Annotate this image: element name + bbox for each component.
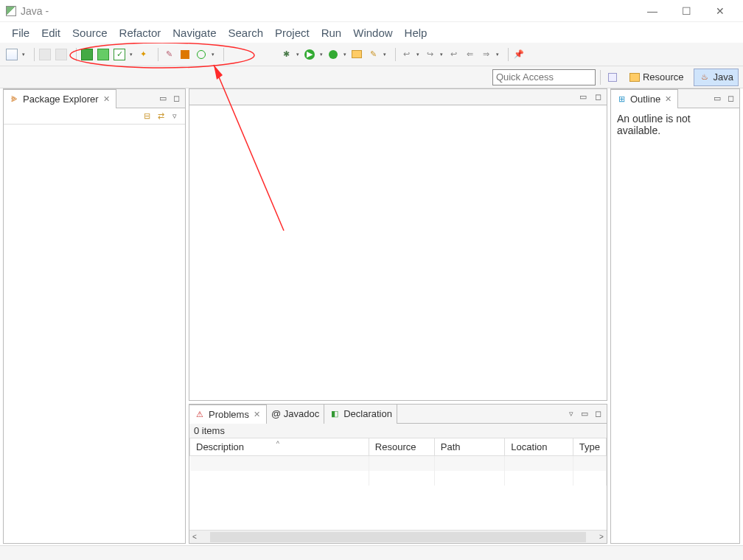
tab-outline[interactable]: ⊞ Outline ✕ (611, 89, 678, 108)
link-editor-button[interactable]: ⇄ (155, 111, 167, 122)
package-explorer-icon: ⫸ (8, 93, 20, 105)
run-dropdown-icon[interactable]: ▾ (318, 52, 324, 57)
col-type[interactable]: Type (573, 438, 606, 456)
coverage-button[interactable] (80, 47, 94, 62)
editor-minimize-button[interactable]: ▭ (577, 91, 589, 103)
menu-edit[interactable]: Edit (35, 24, 66, 41)
tab-javadoc[interactable]: @ Javadoc (267, 405, 324, 424)
collapse-all-button[interactable]: ⊟ (141, 111, 153, 122)
close-tab-icon[interactable]: ✕ (102, 94, 111, 104)
tab-declaration[interactable]: ◧ Declaration (324, 405, 397, 424)
tab-declaration-label: Declaration (343, 408, 392, 419)
outline-minimize-button[interactable]: ▭ (711, 93, 723, 105)
outline-message: An outline is not available. (611, 108, 739, 141)
view-menu-button[interactable]: ▿ (169, 111, 181, 122)
tab-problems-label: Problems (209, 409, 249, 420)
new-java-button[interactable]: ✦ (136, 47, 150, 62)
refresh-button[interactable] (194, 47, 209, 62)
mark-dropdown-icon[interactable]: ▾ (128, 52, 134, 57)
status-bar (0, 545, 743, 560)
editor-area[interactable]: ▭ ◻ (189, 88, 607, 401)
table-row (190, 471, 607, 486)
perspective-resource-label: Resource (643, 71, 684, 83)
window-title: Java - (21, 5, 635, 17)
save-button[interactable] (38, 47, 52, 62)
nav-prev-button[interactable]: ↩ (446, 47, 461, 62)
run-last-button[interactable] (326, 47, 341, 62)
perspective-java[interactable]: ♨ Java (694, 69, 739, 86)
wand-button[interactable]: ✎ (161, 47, 176, 62)
tab-problems[interactable]: ⚠ Problems ✕ (189, 405, 267, 424)
menu-search[interactable]: Search (222, 24, 269, 41)
main-toolbar: ▾ ✓ ▾ ✦ ✎ ▾ ✱ ▾ ▶ ▾ ▾ ✎ ▾ ↩ ▾ ↪ ▾ ↩ ⇐ (0, 43, 743, 66)
col-path[interactable]: Path (434, 438, 504, 456)
problems-viewmenu-button[interactable]: ▿ (565, 408, 577, 420)
new-button[interactable] (4, 47, 19, 62)
refresh-dropdown-icon[interactable]: ▾ (210, 52, 216, 57)
view-maximize-button[interactable]: ◻ (170, 93, 182, 105)
nav-fwd-button[interactable]: ↪ (422, 47, 437, 62)
quick-access-row: Resource ♨ Java (0, 66, 743, 88)
menu-run[interactable]: Run (315, 24, 348, 41)
toggle-mark-button[interactable]: ✓ (112, 47, 127, 62)
nav-left-button[interactable]: ⇐ (462, 47, 477, 62)
problems-table[interactable]: Description^ Resource Path Location Type (189, 438, 607, 486)
outline-icon: ⊞ (615, 93, 627, 105)
package-explorer-title: Package Explorer (23, 94, 99, 105)
quick-access-input[interactable] (492, 69, 596, 85)
eclipse-app-icon (6, 6, 16, 16)
brush-dropdown-icon[interactable]: ▾ (382, 52, 388, 57)
menu-project[interactable]: Project (269, 24, 315, 41)
coverage-button-2[interactable] (96, 47, 111, 62)
nav-back-button[interactable]: ↩ (399, 47, 414, 62)
tab-outline-label: Outline (630, 94, 660, 105)
problems-maximize-button[interactable]: ◻ (592, 408, 604, 420)
menu-navigate[interactable]: Navigate (167, 24, 222, 41)
editor-maximize-button[interactable]: ◻ (592, 91, 604, 103)
col-description[interactable]: Description^ (190, 438, 369, 456)
menu-source[interactable]: Source (66, 24, 114, 41)
new-dropdown-icon[interactable]: ▾ (21, 52, 27, 57)
menu-help[interactable]: Help (399, 24, 433, 41)
nav-right-button[interactable]: ⇒ (478, 47, 493, 62)
problems-minimize-button[interactable]: ▭ (579, 408, 590, 420)
run-button[interactable]: ▶ (302, 47, 317, 62)
open-type-button[interactable] (178, 47, 192, 62)
close-button[interactable]: ✕ (703, 0, 737, 22)
outline-maximize-button[interactable]: ◻ (725, 93, 736, 105)
run-last-dropdown-icon[interactable]: ▾ (342, 52, 348, 57)
close-outline-icon[interactable]: ✕ (663, 94, 673, 104)
nav2-dropdown-icon[interactable]: ▾ (439, 52, 444, 57)
view-minimize-button[interactable]: ▭ (157, 93, 169, 105)
horizontal-scrollbar[interactable]: < > (189, 530, 607, 543)
pin-button[interactable]: 📌 (512, 47, 526, 62)
nav-right-dropdown-icon[interactable]: ▾ (495, 52, 500, 57)
debug-dropdown-icon[interactable]: ▾ (295, 52, 301, 57)
menu-refactor[interactable]: Refactor (114, 24, 167, 41)
perspective-java-label: Java (714, 71, 733, 83)
scroll-right-icon[interactable]: > (596, 533, 607, 541)
nav1-dropdown-icon[interactable]: ▾ (415, 52, 421, 57)
perspective-resource[interactable]: Resource (624, 69, 689, 86)
col-resource[interactable]: Resource (369, 438, 434, 456)
col-location[interactable]: Location (505, 438, 573, 456)
outline-body: An outline is not available. (611, 108, 739, 543)
tab-package-explorer[interactable]: ⫸ Package Explorer ✕ (4, 89, 116, 108)
close-problems-icon[interactable]: ✕ (252, 410, 262, 419)
minimize-button[interactable]: — (635, 0, 669, 22)
external-tools-button[interactable] (349, 47, 364, 62)
maximize-button[interactable]: ☐ (669, 0, 703, 22)
java-icon: ♨ (699, 71, 711, 83)
table-row (190, 456, 607, 471)
declaration-icon: ◧ (329, 408, 341, 420)
problems-icon: ⚠ (194, 408, 206, 420)
package-explorer-body[interactable] (4, 125, 185, 543)
brush-button[interactable]: ✎ (366, 47, 380, 62)
save-all-button[interactable] (54, 47, 69, 62)
scroll-left-icon[interactable]: < (189, 533, 200, 541)
problems-count-label: 0 items (189, 424, 607, 438)
debug-button[interactable]: ✱ (279, 47, 293, 62)
open-perspective-button[interactable] (605, 70, 620, 85)
menu-window[interactable]: Window (347, 24, 398, 41)
menu-file[interactable]: File (6, 24, 35, 41)
